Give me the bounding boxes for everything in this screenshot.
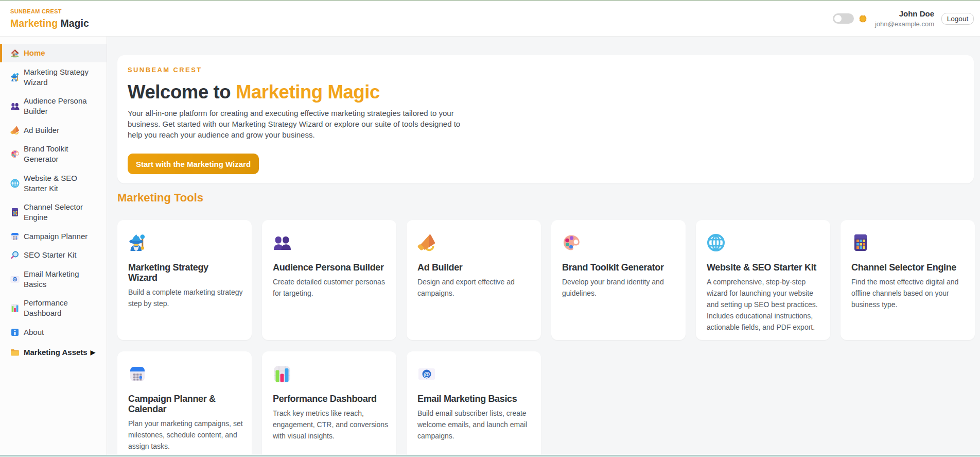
svg-text:@: @ bbox=[424, 370, 430, 378]
svg-text:@: @ bbox=[13, 277, 16, 281]
